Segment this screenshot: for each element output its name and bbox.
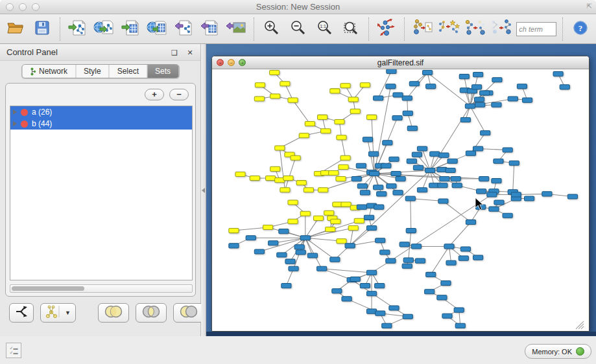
split-set-button[interactable] <box>9 303 34 323</box>
open-session-button[interactable] <box>4 17 27 41</box>
export-table-button[interactable] <box>198 17 222 41</box>
show-all-button[interactable] <box>490 17 514 41</box>
tab-label: Network <box>39 67 67 76</box>
apply-layout-button[interactable] <box>375 17 398 41</box>
toolbar-separator <box>254 17 254 41</box>
remove-set-button[interactable]: − <box>169 89 189 100</box>
control-panel-tabs: Network Style Select Sets <box>21 64 179 78</box>
difference-sets-button[interactable] <box>173 303 204 323</box>
sets-list[interactable]: a (26)b (44) <box>10 106 193 280</box>
scrollbar-thumb[interactable] <box>12 286 84 291</box>
import-network-file-icon <box>67 19 87 39</box>
title-bar[interactable]: Session: New Session ⇱ <box>0 0 596 14</box>
tab-label: Style <box>84 67 101 76</box>
expander-triangle-icon[interactable] <box>13 109 17 115</box>
tab-sets[interactable]: Sets <box>147 65 178 78</box>
select-first-neighbors-icon <box>438 19 460 40</box>
network-desktop: × − + galFiltered.sif <box>206 44 596 336</box>
toolbar-separator <box>368 17 369 41</box>
zoom-actual-size-button[interactable]: 1:1 <box>313 17 337 41</box>
union-sets-button[interactable] <box>98 303 129 323</box>
network-view-window[interactable]: × − + galFiltered.sif <box>211 56 590 332</box>
main-toolbar: 1:1 <box>0 14 596 44</box>
export-network-icon <box>174 19 193 39</box>
set-list-item[interactable]: a (26) <box>10 106 192 118</box>
select-first-neighbors-button[interactable] <box>437 17 460 41</box>
control-panel-header: Control Panel ❑ ✕ <box>0 44 200 61</box>
zoom-selected-button[interactable] <box>340 17 363 41</box>
export-image-button[interactable] <box>224 17 248 41</box>
zoom-out-icon <box>290 19 307 39</box>
dropdown-caret-icon[interactable]: ▼ <box>65 310 71 316</box>
task-history-button[interactable]: ✓▬ ✓▬ <box>6 343 21 358</box>
memory-label: Memory: OK <box>532 348 572 356</box>
main-content: Control Panel ❑ ✕ Network Style Select S… <box>0 44 596 336</box>
hide-selected-icon <box>464 19 486 40</box>
network-canvas[interactable] <box>212 69 589 331</box>
sets-add-remove-row: + − <box>145 89 189 100</box>
toolbar-separator <box>404 17 405 41</box>
hide-selected-button[interactable] <box>464 17 487 41</box>
help-button[interactable]: ? <box>569 17 592 41</box>
layout-icon <box>377 19 396 40</box>
import-table-url-button[interactable] <box>145 17 169 41</box>
expander-triangle-icon[interactable] <box>13 121 17 126</box>
new-network-from-selection-icon <box>412 19 433 40</box>
import-table-file-button[interactable] <box>119 17 142 41</box>
set-list-item[interactable]: b (44) <box>10 118 192 130</box>
help-icon: ? <box>573 20 588 38</box>
tab-label: Sets <box>155 67 171 76</box>
memory-status-button[interactable]: Memory: OK <box>525 344 591 359</box>
new-network-from-selection-button[interactable] <box>411 17 434 41</box>
save-session-button[interactable] <box>30 17 54 41</box>
difference-venn-icon <box>178 304 199 321</box>
collapse-panel-icon[interactable] <box>202 188 205 193</box>
network-window-title: galFiltered.sif <box>212 58 589 67</box>
zoom-in-icon <box>263 19 280 39</box>
yellow-network-icon <box>45 304 62 321</box>
show-all-icon <box>490 19 512 40</box>
svg-text:?: ? <box>578 23 583 33</box>
toolbar-separator <box>562 17 563 41</box>
toolbar-separator <box>60 17 60 41</box>
status-bar: ✓▬ ✓▬ Memory: OK <box>0 336 596 364</box>
open-folder-icon <box>6 20 25 38</box>
sets-horizontal-scrollbar[interactable] <box>10 284 193 293</box>
fullscreen-icon[interactable]: ⇱ <box>587 3 592 10</box>
create-set-from-network-button[interactable]: ▼ <box>40 303 76 323</box>
tab-network[interactable]: Network <box>22 65 76 78</box>
zoom-selected-icon <box>342 19 359 39</box>
zoom-out-button[interactable] <box>287 17 310 41</box>
search-input[interactable] <box>516 22 556 36</box>
union-venn-icon <box>103 304 124 321</box>
sets-panel: + − a (26)b (44) <box>5 83 196 297</box>
export-table-icon <box>200 19 219 39</box>
set-label: a (26) <box>32 108 52 117</box>
window-title: Session: New Session <box>0 2 596 12</box>
float-panel-icon[interactable]: ❑ <box>169 47 180 58</box>
import-network-url-button[interactable] <box>92 17 115 41</box>
export-image-icon <box>226 19 246 39</box>
import-network-file-button[interactable] <box>66 17 89 41</box>
network-window-titlebar[interactable]: × − + galFiltered.sif <box>212 56 589 69</box>
panel-splitter[interactable] <box>201 44 206 336</box>
tab-select[interactable]: Select <box>110 65 147 78</box>
import-network-url-icon <box>93 19 114 39</box>
svg-text:1:1: 1:1 <box>320 24 326 28</box>
sets-action-buttons: ▼ <box>9 303 204 323</box>
window-resize-grip[interactable] <box>576 321 584 329</box>
intersect-sets-button[interactable] <box>136 303 167 323</box>
add-set-button[interactable]: + <box>145 89 164 100</box>
export-network-button[interactable] <box>172 17 195 41</box>
close-panel-icon[interactable]: ✕ <box>185 47 195 58</box>
control-panel-title: Control Panel <box>6 47 169 57</box>
application-window: Session: New Session ⇱ <box>0 0 596 364</box>
zoom-in-button[interactable] <box>260 17 283 41</box>
set-label: b (44) <box>32 119 52 128</box>
tab-label: Select <box>117 67 139 76</box>
network-graph[interactable] <box>212 69 589 331</box>
save-floppy-icon <box>34 20 50 38</box>
set-color-dot-icon <box>21 120 28 128</box>
split-arrows-icon <box>14 304 29 321</box>
tab-style[interactable]: Style <box>76 65 110 78</box>
